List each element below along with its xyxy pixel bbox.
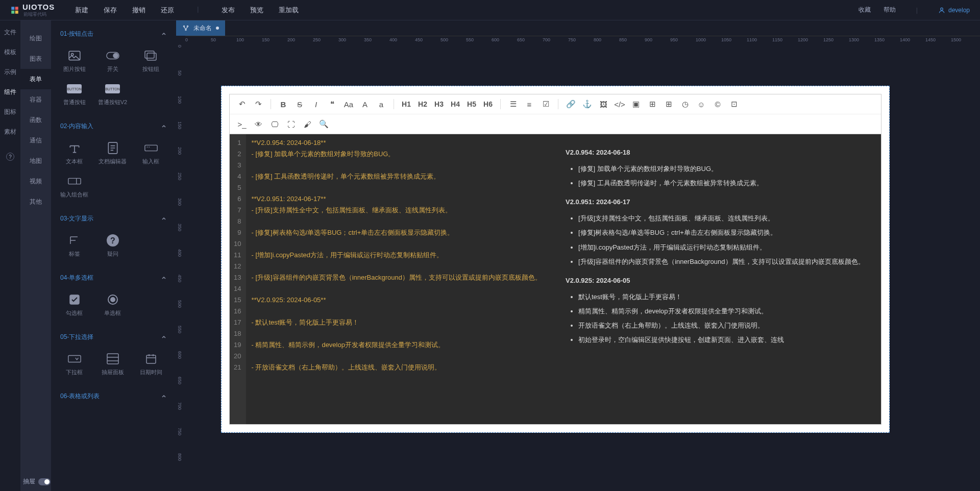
toolbar-h3-button[interactable]: H3 <box>432 97 446 111</box>
toolbar-monitor-button[interactable]: 🖵 <box>267 117 282 131</box>
markdown-editor-widget[interactable]: ↶↷BSI❝AaAaH1H2H3H4H5H6☰≡☑🔗⚓🖼</>▣⊞⊞◷☺©⊡ >… <box>221 86 890 433</box>
toolbar-code-button[interactable]: </> <box>612 97 627 111</box>
toolbar-clock-button[interactable]: ◷ <box>678 97 692 111</box>
component-item[interactable]: ?疑问 <box>93 230 132 263</box>
help-icon[interactable]: ? <box>6 153 14 161</box>
code-line[interactable] <box>251 283 550 294</box>
code-pane[interactable]: 123456789101112131415161718192021 **V2.0… <box>230 134 555 424</box>
toolbar-copyright-button[interactable]: © <box>710 97 725 111</box>
code-line[interactable] <box>251 261 550 272</box>
rail-template[interactable]: 模板 <box>4 48 16 57</box>
code-line[interactable] <box>251 351 550 362</box>
toolbar-search-button[interactable]: 🔍 <box>316 117 331 131</box>
component-item[interactable]: 按钮组 <box>132 45 170 78</box>
code-line[interactable]: - [修复] 加载单个元素的数组对象时导致的BUG。 <box>251 149 550 160</box>
code-line[interactable]: - [修复] 工具函数透明传递时，单个元素数组被异常转换成元素。 <box>251 171 550 182</box>
cat-other[interactable]: 其他 <box>20 191 51 212</box>
drawer-toggle[interactable]: 抽屉 <box>23 477 51 486</box>
toolbar-aa-button[interactable]: Aa <box>341 97 356 111</box>
toolbar-terminal-button[interactable]: >_ <box>235 117 249 131</box>
toolbar-eye-off-button[interactable]: 👁 <box>251 117 265 131</box>
code-line[interactable]: - [修复]树表格勾选/单选等BUG；ctrl+单击左右侧面板显示隐藏切换。 <box>251 227 550 238</box>
toolbar-quote-button[interactable]: ❝ <box>325 97 339 111</box>
code-line[interactable] <box>251 160 550 171</box>
toolbar-checklist-button[interactable]: ☑ <box>538 97 553 111</box>
section-header[interactable]: 03-文字显示 <box>55 210 172 227</box>
cat-form[interactable]: 表单 <box>20 69 51 89</box>
component-item[interactable]: 开关 <box>93 45 132 78</box>
component-item[interactable]: 输入组合框 <box>55 170 93 204</box>
toolbar-layout-button[interactable]: ⊞ <box>645 97 659 111</box>
code-line[interactable] <box>251 238 550 250</box>
toolbar-ul-button[interactable]: ☰ <box>506 97 520 111</box>
toolbar-brush-button[interactable]: 🖌 <box>300 117 314 131</box>
rail-component[interactable]: 组件 <box>4 88 16 96</box>
toolbar-undo-button[interactable]: ↶ <box>235 97 249 111</box>
section-header[interactable]: 04-单多选框 <box>55 269 172 286</box>
toolbar-expand-button[interactable]: ⛶ <box>284 117 298 131</box>
code-line[interactable]: - 默认test账号，简化版上手更容易！ <box>251 317 550 328</box>
menu-undo[interactable]: 撤销 <box>132 6 145 15</box>
component-item[interactable]: 图片按钮 <box>55 45 93 78</box>
component-item[interactable]: 勾选框 <box>55 289 93 322</box>
toolbar-h5-button[interactable]: H5 <box>464 97 479 111</box>
toolbar-i-button[interactable]: I <box>309 97 323 111</box>
component-item[interactable]: 下拉框 <box>55 348 93 381</box>
toolbar-table-button[interactable]: ⊞ <box>662 97 676 111</box>
menu-reload[interactable]: 重加载 <box>279 6 299 15</box>
code-line[interactable] <box>251 306 550 317</box>
tab-unnamed[interactable]: 未命名 <box>176 20 225 36</box>
menu-preview[interactable]: 预览 <box>250 6 263 15</box>
component-item[interactable]: BUTTON普通按钮 <box>55 78 93 111</box>
toolbar-h4-button[interactable]: H4 <box>448 97 462 111</box>
rail-example[interactable]: 示例 <box>4 68 16 77</box>
code-line[interactable]: **V2.0.951: 2024-06-17** <box>251 193 550 205</box>
toolbar-a-button[interactable]: A <box>358 97 372 111</box>
cat-function[interactable]: 函数 <box>20 110 51 130</box>
section-header[interactable]: 05-下拉选择 <box>55 329 172 346</box>
cat-container[interactable]: 容器 <box>20 89 51 110</box>
logo[interactable]: UIOTOS 前端零代码 <box>10 3 55 18</box>
code-line[interactable]: **V2.0.954: 2024-06-18** <box>251 137 550 149</box>
toolbar-group-button[interactable]: ▣ <box>629 97 643 111</box>
code-line[interactable] <box>251 216 550 227</box>
toolbar-a-button[interactable]: a <box>374 97 388 111</box>
cat-draw[interactable]: 绘图 <box>20 28 51 48</box>
favorite-link[interactable]: 收藏 <box>859 6 871 14</box>
toolbar-h1-button[interactable]: H1 <box>399 97 413 111</box>
section-header[interactable]: 01-按钮点击 <box>55 26 172 42</box>
code-line[interactable] <box>251 328 550 339</box>
toolbar-h2-button[interactable]: H2 <box>415 97 430 111</box>
canvas-content[interactable]: ↶↷BSI❝AaAaH1H2H3H4H5H6☰≡☑🔗⚓🖼</>▣⊞⊞◷☺©⊡ >… <box>185 45 980 491</box>
toolbar-b-button[interactable]: B <box>276 97 290 111</box>
menu-publish[interactable]: 发布 <box>222 6 235 15</box>
code-line[interactable]: - 精简属性、精简示例，develop开发者权限提供全量学习和测试。 <box>251 339 550 351</box>
user-menu[interactable]: develop <box>938 7 970 14</box>
menu-save[interactable]: 保存 <box>104 6 117 15</box>
section-header[interactable]: 02-内容输入 <box>55 118 172 135</box>
toolbar-window-button[interactable]: ⊡ <box>727 97 741 111</box>
component-item[interactable]: BUTTON普通按钮V2 <box>93 78 132 111</box>
code-line[interactable]: - [升级]支持属性全中文，包括属性面板、继承面板、连线属性列表。 <box>251 205 550 216</box>
cat-chart[interactable]: 图表 <box>20 48 51 69</box>
menu-new[interactable]: 新建 <box>75 6 88 15</box>
toggle-switch-icon[interactable] <box>38 478 51 485</box>
component-item[interactable]: 文档编辑器 <box>93 137 132 170</box>
rail-icon[interactable]: 图标 <box>4 108 16 116</box>
component-item[interactable]: 抽屉面板 <box>93 348 132 381</box>
help-link[interactable]: 帮助 <box>884 6 896 14</box>
cat-comm[interactable]: 通信 <box>20 130 51 151</box>
rail-file[interactable]: 文件 <box>4 28 16 37</box>
toolbar-h6-button[interactable]: H6 <box>481 97 495 111</box>
cat-video[interactable]: 视频 <box>20 171 51 191</box>
toolbar-emoji-button[interactable]: ☺ <box>694 97 708 111</box>
toolbar-anchor-button[interactable]: ⚓ <box>580 97 594 111</box>
menu-redo[interactable]: 还原 <box>161 6 174 15</box>
toolbar-link-button[interactable]: 🔗 <box>564 97 578 111</box>
toolbar-img-button[interactable]: 🖼 <box>596 97 610 111</box>
code-line[interactable]: - 开放语雀文档（右上角帮助）。上线连线、嵌套入门使用说明。 <box>251 362 550 373</box>
component-item[interactable]: 日期时间 <box>132 348 170 381</box>
cat-map[interactable]: 地图 <box>20 151 51 171</box>
section-header[interactable]: 06-表格或列表 <box>55 388 172 405</box>
code-line[interactable]: **V2.0.925: 2024-06-05** <box>251 294 550 306</box>
